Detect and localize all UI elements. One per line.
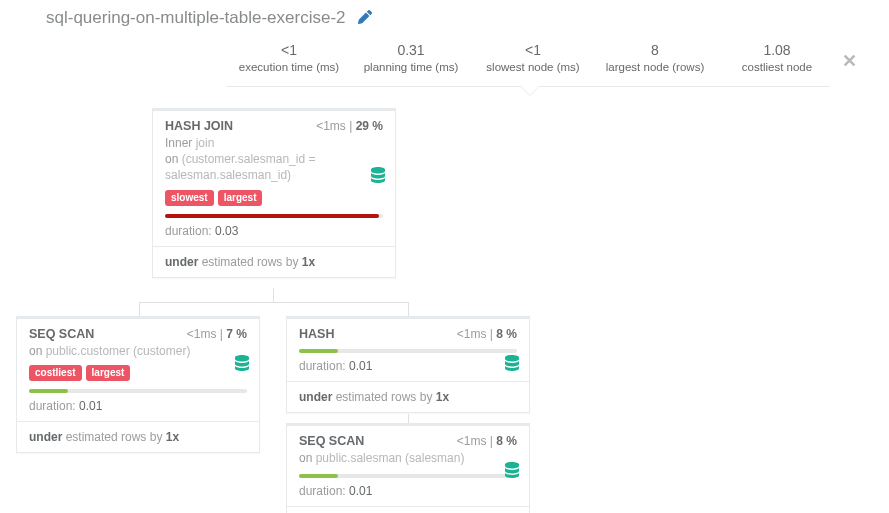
stat-execution-time: <1 execution time (ms) <box>228 42 350 73</box>
plan-node-hash[interactable]: HASH <1ms | 8 % duration: 0.01 under est… <box>286 316 530 413</box>
tag: largest <box>218 190 263 206</box>
page-title: sql-quering-on-multiple-table-exercise-2 <box>46 8 346 28</box>
node-meta: <1ms | 29 % <box>316 119 383 133</box>
database-icon[interactable] <box>235 355 249 373</box>
stats-row: <1 execution time (ms) 0.31 planning tim… <box>228 42 846 73</box>
plan-node-seqscan-salesman[interactable]: SEQ SCAN <1ms | 8 % on public.salesman (… <box>286 423 530 513</box>
node-tags: slowest largest <box>153 184 395 206</box>
stat-costliest-node: 1.08 costliest node <box>716 42 838 73</box>
duration-bar <box>17 381 259 393</box>
plan-node-hash-join[interactable]: HASH JOIN <1ms | 29 % Inner join on (cus… <box>152 108 396 278</box>
duration-bar <box>287 466 529 478</box>
stat-largest-node: 8 largest node (rows) <box>594 42 716 73</box>
node-tags: costliest largest <box>17 359 259 381</box>
connector <box>273 288 274 302</box>
node-subtext: on public.salesman (salesman) <box>287 448 529 466</box>
node-meta: <1ms | 7 % <box>187 327 247 341</box>
plan-node-seqscan-customer[interactable]: SEQ SCAN <1ms | 7 % on public.customer (… <box>16 316 260 453</box>
node-meta: <1ms | 8 % <box>457 327 517 341</box>
node-estimation: under estimated rows by 1x <box>153 246 395 277</box>
node-estimation: under estimated rows by 1x <box>17 421 259 452</box>
duration-bar <box>153 206 395 218</box>
database-icon[interactable] <box>505 355 519 373</box>
node-meta: <1ms | 8 % <box>457 434 517 448</box>
database-icon[interactable] <box>371 167 385 185</box>
node-subtext: Inner join on (customer.salesman_id = sa… <box>153 133 395 184</box>
tag: largest <box>86 365 131 381</box>
node-duration: duration: 0.01 <box>17 393 259 421</box>
caret-down-icon <box>520 86 540 96</box>
connector <box>408 302 409 316</box>
edit-icon[interactable] <box>358 10 372 27</box>
node-duration: duration: 0.01 <box>287 353 529 381</box>
node-name: SEQ SCAN <box>299 434 364 448</box>
stat-planning-time: 0.31 planning time (ms) <box>350 42 472 73</box>
node-estimation: under estimated rows by 1x <box>287 506 529 513</box>
stat-slowest-node: <1 slowest node (ms) <box>472 42 594 73</box>
connector <box>408 414 409 423</box>
tag: slowest <box>165 190 214 206</box>
tag: costliest <box>29 365 82 381</box>
node-name: HASH <box>299 327 334 341</box>
connector <box>139 302 140 316</box>
duration-bar <box>287 341 529 353</box>
node-duration: duration: 0.03 <box>153 218 395 246</box>
connector <box>139 302 409 303</box>
node-duration: duration: 0.01 <box>287 478 529 506</box>
close-icon[interactable]: ✕ <box>842 50 857 72</box>
node-estimation: under estimated rows by 1x <box>287 381 529 412</box>
node-name: HASH JOIN <box>165 119 233 133</box>
node-name: SEQ SCAN <box>29 327 94 341</box>
node-subtext: on public.customer (customer) <box>17 341 259 359</box>
database-icon[interactable] <box>505 462 519 480</box>
